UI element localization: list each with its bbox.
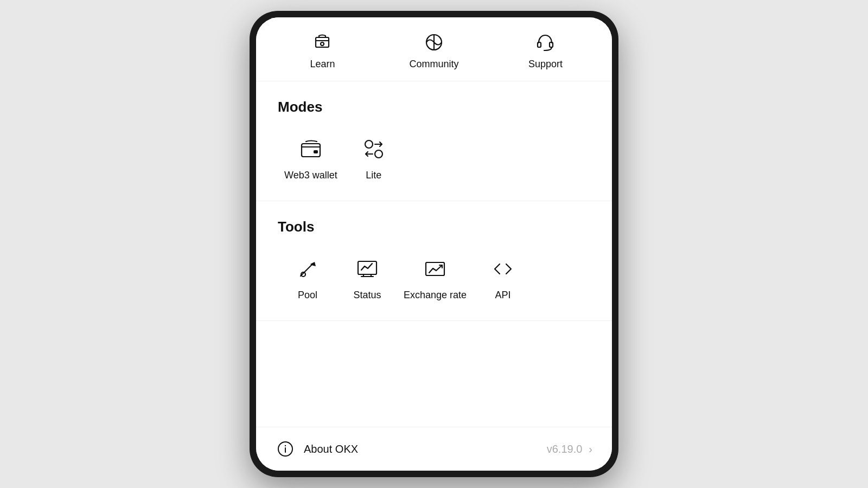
svg-point-1 (321, 42, 324, 46)
svg-rect-12 (426, 262, 444, 275)
modes-title: Modes (278, 99, 590, 115)
nav-item-community[interactable]: Community (409, 30, 458, 70)
about-version: v6.19.0 (547, 443, 583, 455)
api-icon (489, 255, 517, 283)
lite-label: Lite (366, 170, 381, 181)
svg-rect-6 (314, 150, 318, 153)
grid-item-lite[interactable]: Lite (344, 131, 404, 185)
lite-icon (360, 135, 388, 163)
community-label: Community (409, 59, 458, 70)
tools-grid: Pool (278, 251, 590, 305)
web3wallet-icon (297, 135, 325, 163)
phone-shell: Learn Community (250, 11, 618, 477)
phone-screen: Learn Community (256, 17, 612, 471)
learn-label: Learn (310, 59, 335, 70)
content-area: Modes (256, 81, 612, 427)
about-label: About OKX (304, 443, 547, 455)
pool-label: Pool (298, 290, 317, 301)
support-label: Support (528, 59, 563, 70)
modes-section: Modes (256, 81, 612, 201)
exchangerate-label: Exchange rate (404, 290, 467, 301)
tools-section: Tools Pool (256, 201, 612, 321)
status-icon (353, 255, 381, 283)
modes-grid: Web3 wallet (278, 131, 590, 185)
svg-point-7 (365, 140, 373, 148)
grid-item-exchangerate[interactable]: Exchange rate (397, 251, 473, 305)
svg-rect-5 (302, 144, 320, 157)
grid-item-status[interactable]: Status (337, 251, 397, 305)
support-icon (533, 30, 557, 54)
learn-icon (310, 30, 334, 54)
info-icon (276, 439, 295, 459)
svg-point-8 (375, 150, 382, 158)
screen-wrapper: Learn Community (256, 17, 612, 471)
tools-title: Tools (278, 219, 590, 235)
top-nav: Learn Community (256, 17, 612, 81)
grid-item-web3wallet[interactable]: Web3 wallet (278, 131, 344, 185)
nav-item-support[interactable]: Support (521, 30, 570, 70)
nav-item-learn[interactable]: Learn (298, 30, 347, 70)
grid-item-api[interactable]: API (473, 251, 533, 305)
about-row[interactable]: About OKX v6.19.0 › (256, 427, 612, 471)
svg-point-15 (285, 445, 286, 446)
exchangerate-icon (421, 255, 449, 283)
pool-icon (293, 255, 322, 283)
chevron-right-icon: › (589, 443, 592, 455)
community-icon (422, 30, 446, 54)
grid-item-pool[interactable]: Pool (278, 251, 337, 305)
web3wallet-label: Web3 wallet (284, 170, 337, 181)
api-label: API (495, 290, 511, 301)
status-label: Status (353, 290, 381, 301)
